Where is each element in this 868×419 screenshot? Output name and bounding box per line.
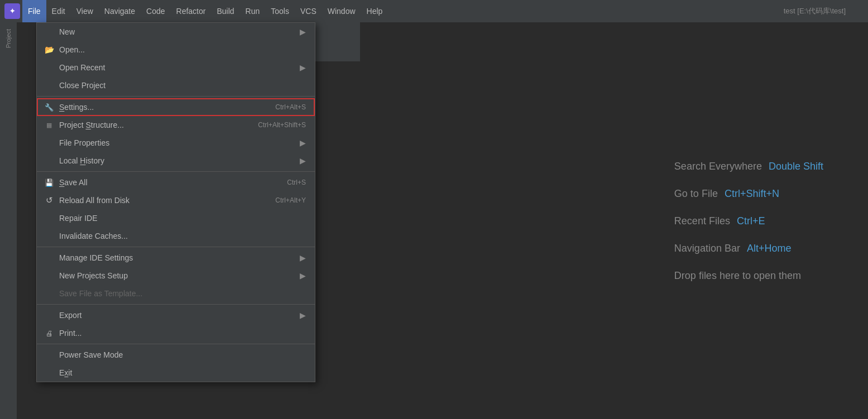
menu-item-reload-disk[interactable]: ↺ Reload All from Disk Ctrl+Alt+Y [37,191,315,209]
menu-item-repair-ide[interactable]: Repair IDE [37,209,315,227]
hint-label-recent: Recent Files [674,215,730,227]
menu-build[interactable]: Build [211,0,239,22]
divider-3 [37,247,315,247]
file-menu-dropdown: New ▶ 📂 Open... Open Recent ▶ Close Proj… [36,22,315,382]
hints-panel: Search Everywhere Double Shift Go to Fil… [674,160,823,281]
project-structure-icon: ▦ [44,119,55,131]
menu-help[interactable]: Help [361,0,389,22]
hint-go-to-file: Go to File Ctrl+Shift+N [674,187,823,199]
new-projects-icon [44,270,55,281]
hint-label-goto: Go to File [674,187,718,199]
divider-4 [37,304,315,305]
hint-shortcut-navbar: Alt+Home [747,242,792,254]
hint-label-search: Search Everywhere [674,160,762,172]
menu-item-print[interactable]: 🖨 Print... [37,324,315,342]
power-save-icon [44,349,55,360]
menu-item-open-recent[interactable]: Open Recent ▶ [37,59,315,76]
manage-ide-icon [44,252,55,263]
repair-icon [44,213,55,224]
menu-item-export[interactable]: Export ▶ [37,306,315,324]
menu-vcs[interactable]: VCS [295,0,322,22]
menu-window[interactable]: Window [322,0,361,22]
menu-item-new[interactable]: New ▶ [37,23,315,41]
file-properties-icon [44,137,55,148]
hint-search-everywhere: Search Everywhere Double Shift [674,160,823,172]
menu-item-settings[interactable]: 🔧 Settings... Ctrl+Alt+S [37,98,315,116]
app-logo: ✦ [4,3,20,19]
menu-edit[interactable]: Edit [46,0,71,22]
print-icon: 🖨 [44,328,55,339]
menu-item-invalidate-caches[interactable]: Invalidate Caches... [37,227,315,245]
save-all-icon: 💾 [44,177,55,188]
export-icon [44,310,55,321]
title-bar: ✦ File Edit View Navigate Code Refactor … [0,0,868,22]
menu-tools[interactable]: Tools [265,0,295,22]
hint-shortcut-recent: Ctrl+E [737,215,765,227]
invalidate-icon [44,230,55,242]
divider-1 [37,96,315,97]
reload-icon: ↺ [44,195,55,206]
exit-icon [44,367,55,378]
menu-refactor[interactable]: Refactor [171,0,212,22]
menu-file[interactable]: File [22,0,46,22]
hint-label-navbar: Navigation Bar [674,242,740,254]
settings-wrench-icon: 🔧 [44,102,55,113]
menu-item-manage-ide[interactable]: Manage IDE Settings ▶ [37,249,315,267]
menu-item-save-template: Save File as Template... [37,285,315,302]
window-title: test [E:\代码库\test] [784,6,846,16]
menu-item-project-structure[interactable]: ▦ Project Structure... Ctrl+Alt+Shift+S [37,116,315,134]
hint-recent-files: Recent Files Ctrl+E [674,215,823,227]
divider-5 [37,344,315,344]
hint-drop-files: Drop files here to open them [674,269,823,281]
hint-navigation-bar: Navigation Bar Alt+Home [674,242,823,254]
open-icon: 📂 [44,44,55,55]
sidebar: Project [0,22,17,419]
open-recent-icon [44,62,55,73]
menu-item-save-all[interactable]: 💾 Save All Ctrl+S [37,174,315,191]
menu-bar: File Edit View Navigate Code Refactor Bu… [22,0,388,22]
menu-item-power-save[interactable]: Power Save Mode [37,346,315,364]
menu-item-open[interactable]: 📂 Open... [37,41,315,59]
sidebar-tab-project[interactable]: Project [2,22,15,55]
divider-2 [37,171,315,172]
save-template-icon [44,288,55,299]
hint-shortcut-search: Double Shift [769,160,823,172]
menu-item-file-properties[interactable]: File Properties ▶ [37,134,315,152]
hint-label-drop: Drop files here to open them [674,269,801,281]
close-project-icon [44,80,55,91]
hint-shortcut-goto: Ctrl+Shift+N [725,187,779,199]
menu-item-local-history[interactable]: Local History ▶ [37,152,315,170]
local-history-icon [44,155,55,166]
menu-item-close-project[interactable]: Close Project [37,76,315,94]
menu-navigate[interactable]: Navigate [99,0,141,22]
menu-item-new-projects-setup[interactable]: New Projects Setup ▶ [37,267,315,285]
menu-run[interactable]: Run [240,0,266,22]
menu-code[interactable]: Code [141,0,170,22]
new-icon [44,26,55,37]
menu-item-exit[interactable]: Exit [37,364,315,382]
menu-view[interactable]: View [71,0,99,22]
